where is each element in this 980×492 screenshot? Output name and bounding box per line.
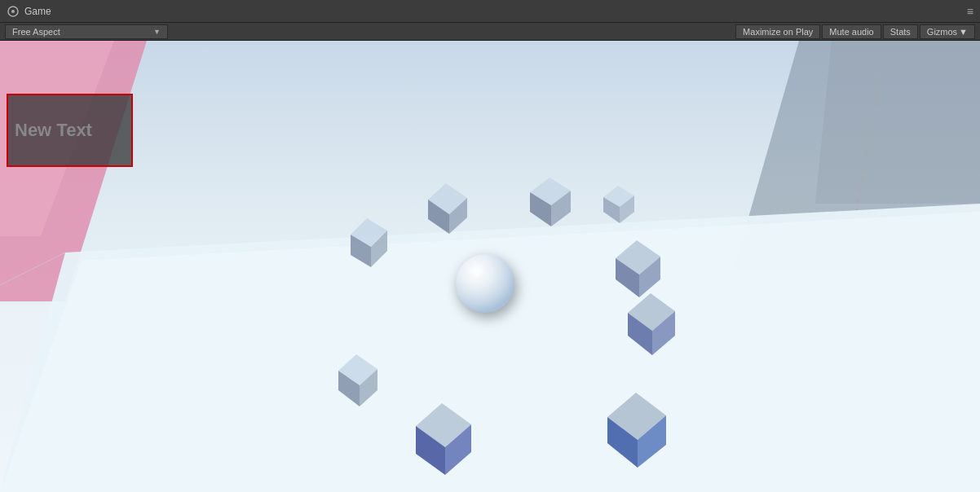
gizmos-dropdown-arrow: ▼ [959,27,968,37]
mute-audio-button[interactable]: Mute audio [822,24,881,39]
aspect-dropdown[interactable]: Free Aspect ▼ [5,24,168,39]
new-text-overlay: New Text [7,94,133,167]
stats-button[interactable]: Stats [883,24,918,39]
unity-icon [7,5,20,18]
aspect-dropdown-arrow: ▼ [153,28,161,36]
toolbar: Free Aspect ▼ Maximize on Play Mute audi… [0,23,980,41]
window-menu-button[interactable]: ≡ [967,5,973,18]
new-text-label: New Text [15,120,92,141]
title-bar-right: ≡ [967,5,973,18]
toolbar-left: Free Aspect ▼ [5,24,732,39]
window-title: Game [24,6,51,17]
aspect-label: Free Aspect [12,27,150,37]
svg-marker-5 [815,41,980,204]
gizmos-button[interactable]: Gizmos ▼ [920,24,975,39]
maximize-on-play-button[interactable]: Maximize on Play [735,24,820,39]
toolbar-right: Maximize on Play Mute audio Stats Gizmos… [735,24,975,39]
svg-point-1 [11,10,15,13]
title-bar: Game ≡ [0,0,980,23]
scene-svg [0,41,980,492]
svg-point-10 [456,254,514,313]
title-bar-left: Game [7,5,967,18]
game-viewport: New Text [0,41,980,492]
